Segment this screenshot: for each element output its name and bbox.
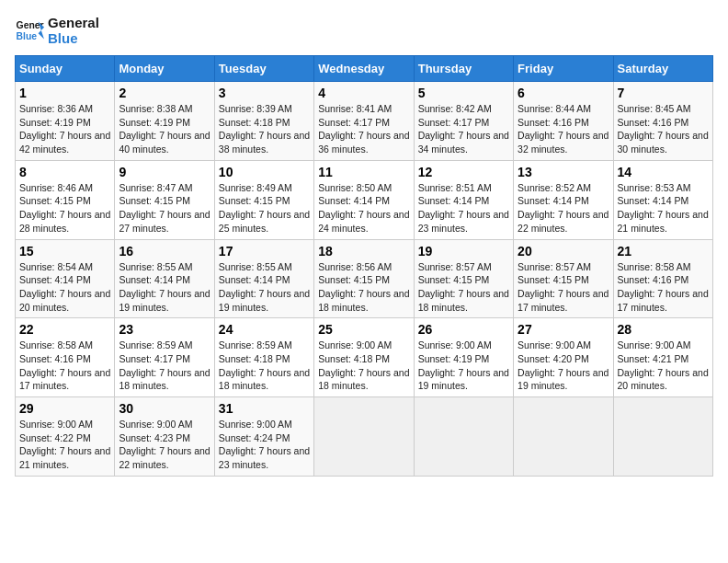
day-detail: Sunrise: 8:46 AMSunset: 4:15 PMDaylight:…	[19, 181, 110, 236]
calendar-week-row: 8Sunrise: 8:46 AMSunset: 4:15 PMDaylight…	[16, 160, 713, 239]
day-number: 2	[119, 86, 210, 100]
day-detail: Sunrise: 8:49 AMSunset: 4:15 PMDaylight:…	[219, 181, 310, 236]
calendar-body: 1Sunrise: 8:36 AMSunset: 4:19 PMDaylight…	[16, 82, 713, 477]
day-detail: Sunrise: 8:58 AMSunset: 4:16 PMDaylight:…	[19, 339, 110, 393]
calendar-day-cell: 25Sunrise: 9:00 AMSunset: 4:18 PMDayligh…	[314, 318, 414, 397]
day-detail: Sunrise: 9:00 AMSunset: 4:22 PMDaylight:…	[19, 418, 110, 472]
calendar-day-cell	[314, 397, 414, 477]
day-number: 5	[418, 86, 509, 100]
calendar-day-cell: 13Sunrise: 8:52 AMSunset: 4:14 PMDayligh…	[514, 160, 613, 239]
weekday-header-cell: Saturday	[613, 56, 712, 82]
day-detail: Sunrise: 8:47 AMSunset: 4:15 PMDaylight:…	[119, 181, 210, 236]
day-detail: Sunrise: 8:45 AMSunset: 4:16 PMDaylight:…	[618, 102, 709, 156]
day-number: 28	[618, 322, 709, 337]
calendar-day-cell: 7Sunrise: 8:45 AMSunset: 4:16 PMDaylight…	[613, 82, 712, 161]
weekday-header-cell: Wednesday	[314, 56, 414, 82]
day-number: 1	[19, 86, 110, 100]
day-detail: Sunrise: 8:44 AMSunset: 4:16 PMDaylight:…	[518, 102, 609, 156]
calendar-day-cell: 23Sunrise: 8:59 AMSunset: 4:17 PMDayligh…	[115, 318, 214, 397]
day-number: 14	[618, 165, 709, 179]
day-detail: Sunrise: 8:50 AMSunset: 4:14 PMDaylight:…	[318, 181, 409, 236]
calendar-day-cell: 4Sunrise: 8:41 AMSunset: 4:17 PMDaylight…	[314, 82, 414, 161]
calendar-table: SundayMondayTuesdayWednesdayThursdayFrid…	[15, 55, 713, 477]
day-number: 21	[618, 244, 709, 259]
calendar-day-cell: 10Sunrise: 8:49 AMSunset: 4:15 PMDayligh…	[214, 160, 313, 239]
calendar-day-cell	[514, 397, 613, 477]
day-detail: Sunrise: 8:52 AMSunset: 4:14 PMDaylight:…	[518, 181, 609, 236]
calendar-day-cell: 11Sunrise: 8:50 AMSunset: 4:14 PMDayligh…	[314, 160, 414, 239]
logo-icon: General Blue	[15, 16, 44, 45]
calendar-day-cell: 16Sunrise: 8:55 AMSunset: 4:14 PMDayligh…	[115, 239, 214, 318]
calendar-day-cell: 12Sunrise: 8:51 AMSunset: 4:14 PMDayligh…	[414, 160, 513, 239]
day-detail: Sunrise: 8:39 AMSunset: 4:18 PMDaylight:…	[219, 102, 310, 156]
day-number: 6	[518, 86, 609, 100]
calendar-day-cell: 6Sunrise: 8:44 AMSunset: 4:16 PMDaylight…	[514, 82, 613, 161]
svg-text:Blue: Blue	[17, 31, 38, 41]
day-detail: Sunrise: 9:00 AMSunset: 4:20 PMDaylight:…	[518, 339, 609, 393]
day-detail: Sunrise: 8:59 AMSunset: 4:17 PMDaylight:…	[119, 339, 210, 393]
logo-text-general: General	[48, 15, 99, 30]
day-detail: Sunrise: 8:55 AMSunset: 4:14 PMDaylight:…	[119, 260, 210, 315]
header: General Blue General Blue	[15, 15, 713, 46]
day-detail: Sunrise: 8:41 AMSunset: 4:17 PMDaylight:…	[318, 102, 409, 156]
day-number: 13	[518, 165, 609, 179]
day-number: 12	[418, 165, 509, 179]
calendar-day-cell: 22Sunrise: 8:58 AMSunset: 4:16 PMDayligh…	[16, 318, 115, 397]
day-detail: Sunrise: 8:53 AMSunset: 4:14 PMDaylight:…	[618, 181, 709, 236]
calendar-day-cell: 19Sunrise: 8:57 AMSunset: 4:15 PMDayligh…	[414, 239, 513, 318]
day-detail: Sunrise: 8:36 AMSunset: 4:19 PMDaylight:…	[19, 102, 110, 156]
day-number: 31	[219, 401, 310, 416]
calendar-week-row: 1Sunrise: 8:36 AMSunset: 4:19 PMDaylight…	[16, 82, 713, 161]
day-detail: Sunrise: 8:56 AMSunset: 4:15 PMDaylight:…	[318, 260, 409, 315]
day-detail: Sunrise: 9:00 AMSunset: 4:23 PMDaylight:…	[119, 418, 210, 472]
day-number: 24	[219, 322, 310, 337]
day-number: 3	[219, 86, 310, 100]
day-number: 18	[318, 244, 409, 259]
day-number: 11	[318, 165, 409, 179]
calendar-day-cell: 17Sunrise: 8:55 AMSunset: 4:14 PMDayligh…	[214, 239, 313, 318]
day-number: 22	[19, 322, 110, 337]
day-detail: Sunrise: 8:57 AMSunset: 4:15 PMDaylight:…	[418, 260, 509, 315]
day-number: 26	[418, 322, 509, 337]
weekday-header-cell: Thursday	[414, 56, 513, 82]
day-number: 27	[518, 322, 609, 337]
calendar-day-cell: 1Sunrise: 8:36 AMSunset: 4:19 PMDaylight…	[16, 82, 115, 161]
day-number: 29	[19, 401, 110, 416]
day-detail: Sunrise: 8:51 AMSunset: 4:14 PMDaylight:…	[418, 181, 509, 236]
calendar-day-cell: 3Sunrise: 8:39 AMSunset: 4:18 PMDaylight…	[214, 82, 313, 161]
day-detail: Sunrise: 8:55 AMSunset: 4:14 PMDaylight:…	[219, 260, 310, 315]
calendar-day-cell: 29Sunrise: 9:00 AMSunset: 4:22 PMDayligh…	[16, 397, 115, 477]
day-detail: Sunrise: 9:00 AMSunset: 4:18 PMDaylight:…	[318, 339, 409, 393]
logo-text-blue: Blue	[48, 30, 99, 46]
calendar-day-cell: 15Sunrise: 8:54 AMSunset: 4:14 PMDayligh…	[16, 239, 115, 318]
day-number: 17	[219, 244, 310, 259]
day-detail: Sunrise: 8:54 AMSunset: 4:14 PMDaylight:…	[19, 260, 110, 315]
day-detail: Sunrise: 9:00 AMSunset: 4:19 PMDaylight:…	[418, 339, 509, 393]
day-number: 7	[618, 86, 709, 100]
day-number: 16	[119, 244, 210, 259]
day-detail: Sunrise: 8:38 AMSunset: 4:19 PMDaylight:…	[119, 102, 210, 156]
day-number: 19	[418, 244, 509, 259]
day-detail: Sunrise: 8:58 AMSunset: 4:16 PMDaylight:…	[618, 260, 709, 315]
weekday-header-cell: Sunday	[16, 56, 115, 82]
day-number: 4	[318, 86, 409, 100]
calendar-day-cell: 5Sunrise: 8:42 AMSunset: 4:17 PMDaylight…	[414, 82, 513, 161]
day-number: 30	[119, 401, 210, 416]
day-number: 25	[318, 322, 409, 337]
day-number: 23	[119, 322, 210, 337]
calendar-day-cell	[613, 397, 712, 477]
calendar-day-cell	[414, 397, 513, 477]
calendar-day-cell: 30Sunrise: 9:00 AMSunset: 4:23 PMDayligh…	[115, 397, 214, 477]
day-detail: Sunrise: 8:59 AMSunset: 4:18 PMDaylight:…	[219, 339, 310, 393]
calendar-day-cell: 27Sunrise: 9:00 AMSunset: 4:20 PMDayligh…	[514, 318, 613, 397]
calendar-day-cell: 2Sunrise: 8:38 AMSunset: 4:19 PMDaylight…	[115, 82, 214, 161]
day-detail: Sunrise: 9:00 AMSunset: 4:24 PMDaylight:…	[219, 418, 310, 472]
day-number: 10	[219, 165, 310, 179]
calendar-day-cell: 26Sunrise: 9:00 AMSunset: 4:19 PMDayligh…	[414, 318, 513, 397]
calendar-week-row: 15Sunrise: 8:54 AMSunset: 4:14 PMDayligh…	[16, 239, 713, 318]
calendar-day-cell: 18Sunrise: 8:56 AMSunset: 4:15 PMDayligh…	[314, 239, 414, 318]
day-detail: Sunrise: 8:42 AMSunset: 4:17 PMDaylight:…	[418, 102, 509, 156]
calendar-day-cell: 8Sunrise: 8:46 AMSunset: 4:15 PMDaylight…	[16, 160, 115, 239]
day-number: 20	[518, 244, 609, 259]
weekday-header-cell: Tuesday	[214, 56, 313, 82]
